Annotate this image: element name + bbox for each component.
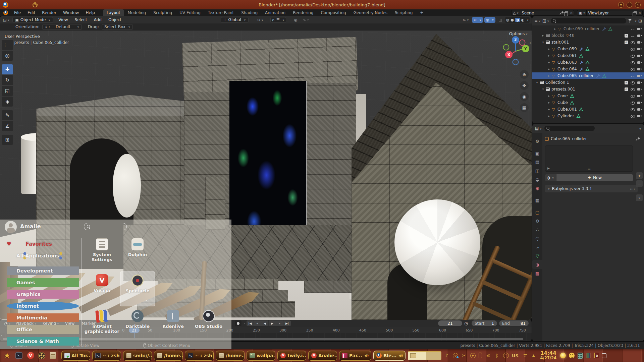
add-menu[interactable]: Add bbox=[91, 16, 105, 23]
camera-visibility-icon[interactable] bbox=[637, 114, 642, 118]
file-menu[interactable]: File bbox=[11, 9, 24, 16]
properties-tab-modifiers[interactable]: ⚙ bbox=[532, 217, 542, 225]
workspace-tab-shading[interactable]: Shading bbox=[237, 9, 261, 16]
updates-tray-icon[interactable] bbox=[453, 353, 458, 358]
object-name[interactable]: Cube.063 bbox=[557, 60, 577, 65]
timeline-editor-type-button[interactable]: ◔∨ bbox=[2, 321, 12, 326]
selectability-visibility-dropdown[interactable]: ▻∨ bbox=[461, 17, 470, 23]
workspace-tab-texture-paint[interactable]: Texture Paint bbox=[204, 9, 237, 16]
object-name[interactable]: Cube.059 bbox=[557, 47, 577, 51]
task-smb[interactable]: smb://... bbox=[123, 351, 152, 361]
collection-checkbox[interactable] bbox=[625, 87, 628, 91]
object-name[interactable]: Cube.059_collider bbox=[564, 26, 600, 31]
tool-move[interactable]: ✚ bbox=[2, 64, 13, 74]
clipboard-tray-icon[interactable] bbox=[461, 352, 467, 359]
eye-open-icon[interactable] bbox=[631, 80, 635, 85]
outliner-row-cube065-collider[interactable]: ▽ Cube.065_collider bbox=[532, 72, 644, 79]
snap-magnet-icon[interactable]: ∩ bbox=[272, 18, 275, 22]
outliner-row-cube061[interactable]: ▽ Cube.061 bbox=[532, 52, 644, 59]
disclosure-triangle-icon[interactable] bbox=[547, 101, 551, 104]
play-button[interactable]: ▶ bbox=[269, 320, 276, 326]
eye-open-icon[interactable] bbox=[631, 101, 635, 105]
select-menu[interactable]: Select bbox=[71, 16, 91, 23]
unlink-scene-button[interactable]: × bbox=[569, 11, 574, 15]
wireframe-shading-button[interactable]: ◍ bbox=[506, 18, 509, 22]
app-launcher-button[interactable] bbox=[3, 351, 11, 360]
outliner-row-cone[interactable]: ▽ Cone bbox=[532, 93, 644, 99]
music-tray-icon[interactable] bbox=[444, 352, 450, 359]
workspace-tab-geometry-nodes[interactable]: Geometry Nodes bbox=[350, 9, 391, 16]
rendered-shading-button[interactable]: ◐ bbox=[521, 18, 525, 22]
filecabinet-launcher[interactable] bbox=[48, 351, 57, 360]
eye-closed-icon[interactable] bbox=[631, 34, 635, 38]
disclosure-triangle-icon[interactable] bbox=[547, 74, 551, 77]
bluetooth-tray-icon[interactable] bbox=[494, 352, 500, 359]
properties-tab-object[interactable]: ▢ bbox=[532, 208, 542, 217]
scene-name-field[interactable]: Scene bbox=[520, 10, 559, 15]
jump-to-start-button[interactable]: |◀ bbox=[247, 320, 254, 326]
orientation-default-dropdown[interactable]: ↕→ Default∨ bbox=[42, 24, 82, 30]
task-wallpaper[interactable]: wallpa... bbox=[247, 351, 275, 361]
disclosure-triangle-icon[interactable] bbox=[547, 54, 551, 57]
expand-tray-arrow[interactable] bbox=[531, 352, 537, 359]
wifi-tray-icon[interactable] bbox=[522, 353, 528, 358]
vivaldi-launcher[interactable] bbox=[26, 351, 35, 360]
outliner-row-presets001[interactable]: ▽ presets.001 bbox=[532, 86, 644, 93]
properties-tab-view-layer[interactable]: ◫ bbox=[532, 166, 542, 175]
timeline-ruler[interactable]: -200-150-100-500501001502002503003504004… bbox=[0, 327, 532, 333]
camera-visibility-icon[interactable] bbox=[637, 67, 642, 71]
new-scene-button[interactable] bbox=[565, 11, 568, 14]
disclosure-triangle-icon[interactable] bbox=[553, 27, 557, 31]
emoji-picker-tray-icon[interactable] bbox=[569, 353, 575, 358]
view-menu[interactable]: View bbox=[55, 16, 71, 23]
current-frame-badge[interactable]: 21 bbox=[129, 328, 140, 333]
properties-tab-world[interactable]: ◉ bbox=[532, 184, 542, 192]
camera-visibility-icon[interactable] bbox=[637, 27, 642, 31]
show-desktop-button[interactable] bbox=[602, 353, 606, 358]
object-name[interactable]: presets.001 bbox=[551, 87, 575, 92]
object-name[interactable]: Cube.061 bbox=[557, 53, 577, 58]
eye-open-icon[interactable] bbox=[631, 87, 635, 92]
new-material-button[interactable]: +New bbox=[556, 174, 633, 181]
tool-scale[interactable]: ◱ bbox=[2, 86, 13, 96]
outliner-row-cube059[interactable]: ▽ Cube.059 bbox=[532, 46, 644, 52]
volume-tray-icon[interactable] bbox=[485, 352, 491, 359]
library-tray-icon[interactable] bbox=[586, 353, 591, 358]
view-layer-browse-button[interactable]: ▣∨ bbox=[577, 10, 586, 15]
play-reverse-button[interactable]: ◀ bbox=[261, 320, 269, 326]
object-name[interactable]: Collection 1 bbox=[545, 80, 569, 85]
playback-menu[interactable]: Playback∨ bbox=[12, 321, 39, 326]
slot-disclosure-icon[interactable]: ▶ bbox=[547, 167, 550, 170]
transform-orientation-dropdown[interactable]: ⊥ Global∨ bbox=[221, 17, 249, 23]
properties-tab-texture[interactable]: ▩ bbox=[532, 269, 542, 278]
object-name[interactable]: Cube.065_collider bbox=[557, 73, 594, 78]
remove-view-layer-button[interactable]: × bbox=[637, 11, 642, 15]
properties-tab-scene[interactable]: ◒ bbox=[532, 175, 542, 184]
camera-visibility-icon[interactable] bbox=[637, 40, 642, 45]
outliner-editor-type-button[interactable]: ≡∨ bbox=[534, 18, 541, 23]
usb-devices-tray-icon[interactable] bbox=[503, 353, 509, 358]
virtual-desktop-pager[interactable] bbox=[408, 351, 441, 360]
camera-visibility-icon[interactable] bbox=[637, 34, 642, 38]
object-name[interactable]: blocks bbox=[551, 33, 564, 38]
outliner-row-cube[interactable]: ▽ Cube bbox=[532, 99, 644, 106]
end-frame-field[interactable]: End81 bbox=[499, 320, 529, 326]
object-name[interactable]: Cylinder bbox=[557, 114, 574, 118]
eye-open-icon[interactable] bbox=[631, 47, 635, 51]
disclosure-triangle-icon[interactable] bbox=[547, 108, 551, 111]
window-menu-icon[interactable] bbox=[33, 2, 38, 7]
xray-toggle[interactable]: ◫ bbox=[497, 17, 503, 23]
workspace-tab-modeling[interactable]: Modeling bbox=[124, 9, 150, 16]
pin-scene-icon[interactable] bbox=[560, 11, 564, 15]
eye-open-icon[interactable] bbox=[631, 54, 635, 58]
task-zsh-1[interactable]: ~ : zsh ... bbox=[92, 351, 121, 361]
camera-visibility-icon[interactable] bbox=[637, 54, 642, 58]
workspace-tab-compositing[interactable]: Compositing bbox=[317, 9, 350, 16]
outliner-row-blocks[interactable]: ▽ blocks 43 bbox=[532, 32, 644, 39]
calculator-tray-icon[interactable] bbox=[578, 353, 583, 359]
viewport-canvas[interactable]: User Perspective (21) presets | Cube.065… bbox=[0, 31, 532, 320]
task-analie[interactable]: Analie... bbox=[308, 351, 337, 361]
workspace-tab-sculpting[interactable]: Sculpting bbox=[150, 9, 176, 16]
kdeconnect-tray-icon[interactable] bbox=[479, 353, 482, 358]
workspace-tab-layout[interactable]: Layout bbox=[103, 9, 124, 16]
